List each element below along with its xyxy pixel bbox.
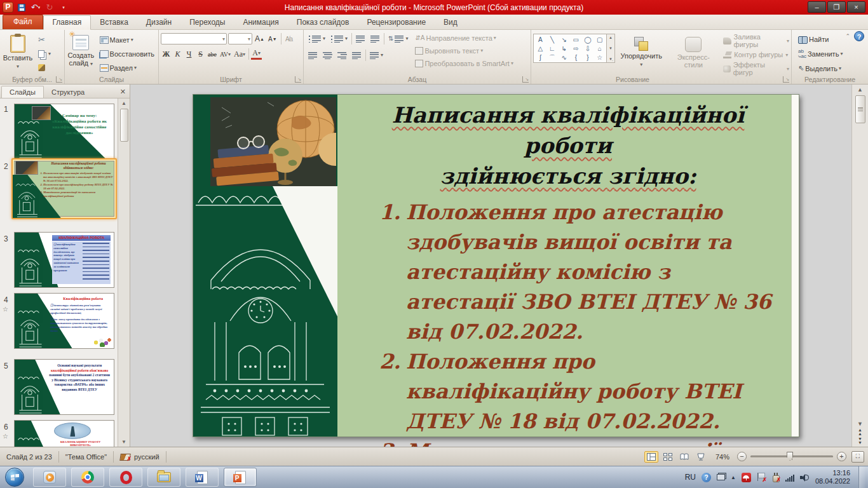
shape-option-3[interactable]: ▭ <box>573 36 579 44</box>
font-color-button[interactable]: A▾ <box>251 48 262 60</box>
shape-option-4[interactable]: ◯ <box>584 36 591 44</box>
shape-fill-button[interactable]: Заливка фигуры▾ <box>723 34 789 47</box>
taskbar-media-player-button[interactable] <box>33 468 66 487</box>
editor-scrollbar[interactable]: ▲ ▼ ▲▲ ▼▼ <box>851 85 868 447</box>
shape-option-8[interactable]: ↳ <box>561 44 566 53</box>
replace-button[interactable]: ab⤷acЗаменить▾ <box>796 47 866 60</box>
tab-view[interactable]: Вид <box>435 16 466 29</box>
change-case-button[interactable]: Aa▾ <box>233 48 247 60</box>
taskbar-opera-button[interactable] <box>109 468 142 487</box>
panel-scrollbar-thumb[interactable] <box>120 109 128 142</box>
slide-thumbnail-2-selected[interactable]: Написання кваліфікаційної роботи здійнює… <box>11 158 117 219</box>
slide-thumbnail-3[interactable]: КВАЛІФІКАЦІЙНА РОБОТА ❑ кваліфікаційна с… <box>14 232 114 288</box>
shape-option-2[interactable]: ↘ <box>561 36 566 44</box>
shape-option-11[interactable]: ⌂ <box>598 44 602 53</box>
slide-thumbnail-1[interactable]: Семінар на тему: «Кваліфікаційна робота … <box>14 104 114 159</box>
shrink-font-button[interactable]: A▼ <box>267 33 278 44</box>
bold-button[interactable]: Ж <box>161 48 172 60</box>
shape-option-17[interactable]: ☆ <box>597 53 602 62</box>
panel-tab-outline[interactable]: Структура <box>44 86 92 98</box>
section-button[interactable]: Раздел▾ <box>98 61 156 74</box>
customize-qat-button[interactable]: ▾ <box>58 2 69 13</box>
paste-button[interactable]: Вставить▾ <box>2 32 34 74</box>
slide-thumbnail-4[interactable]: Кваліфікаційна робота ❑ демонструє здатн… <box>14 293 114 349</box>
zoom-slider-track[interactable] <box>750 456 833 458</box>
tab-home[interactable]: Главная <box>43 15 92 30</box>
italic-button[interactable]: К <box>172 48 183 60</box>
undo-button[interactable]: ↶▾ <box>30 2 41 13</box>
slide-title[interactable]: Написання кваліфікаційної роботи здійнює… <box>354 100 782 191</box>
shapes-gallery-scroll[interactable]: ▲▼▼̱ <box>607 34 615 63</box>
shape-option-5[interactable]: ▢ <box>597 36 602 44</box>
slide-thumbnail-6[interactable]: КВАЛІФІКАЦІЙНУ РОБОТУ ВИКОНУЮТЬ: <box>14 420 114 447</box>
tab-insert[interactable]: Вставка <box>91 16 137 29</box>
grow-font-button[interactable]: A▲ <box>254 33 266 44</box>
clock[interactable]: 13:16 08.04.2022 <box>815 469 853 485</box>
shape-option-14[interactable]: ∿ <box>561 53 566 62</box>
clipboard-dialog-launcher[interactable]: ↘ <box>56 76 62 83</box>
line-spacing-button[interactable]: ⇅▾ <box>386 32 410 45</box>
taskbar-powerpoint-button[interactable]: P <box>224 468 257 487</box>
drawing-dialog-launcher[interactable]: ↘ <box>783 76 789 83</box>
columns-button[interactable]: ▾ <box>367 48 386 62</box>
show-desktop-button[interactable] <box>858 466 865 488</box>
restore-button[interactable]: ❐ <box>827 1 846 13</box>
shape-option-1[interactable]: ╲ <box>550 36 554 44</box>
editor-scrollbar-thumb[interactable] <box>855 95 865 123</box>
select-button[interactable]: ⇖Выделить▾ <box>796 62 866 75</box>
align-right-button[interactable] <box>335 48 349 62</box>
slideshow-view-button[interactable] <box>694 451 708 463</box>
avira-antivirus-icon[interactable] <box>742 473 751 482</box>
shape-effects-button[interactable]: Эффекты фигур▾ <box>723 62 789 75</box>
numbering-button[interactable]: ▾ <box>328 32 350 45</box>
justify-button[interactable] <box>349 48 364 62</box>
align-center-button[interactable] <box>320 48 335 62</box>
slide-thumbnail-5[interactable]: Основні наукові результати кваліфікаційн… <box>14 359 114 415</box>
slide-body-list[interactable]: Положення про атестацію здобувачів вищої… <box>354 198 782 488</box>
start-button[interactable] <box>5 468 24 487</box>
language-indicator[interactable]: русский <box>134 453 159 461</box>
convert-smartart-button[interactable]: Преобразовать в SmartArt▾ <box>413 57 515 69</box>
show-hidden-icons-button[interactable]: ▲ <box>731 475 736 480</box>
shape-option-10[interactable]: ⇩ <box>585 44 590 53</box>
tray-help-icon[interactable]: ? <box>702 473 711 482</box>
tab-design[interactable]: Дизайн <box>137 16 180 29</box>
zoom-out-button[interactable]: − <box>737 452 747 461</box>
close-button[interactable]: × <box>847 1 865 13</box>
minimize-button[interactable]: – <box>808 1 826 13</box>
tab-file[interactable]: Файл <box>3 15 43 29</box>
slide-sorter-view-button[interactable] <box>661 451 675 463</box>
reading-view-button[interactable] <box>677 451 691 463</box>
decrease-indent-button[interactable] <box>353 32 368 45</box>
shape-option-16[interactable]: } <box>587 53 588 62</box>
shape-option-12[interactable]: ʃ <box>539 53 541 62</box>
zoom-level[interactable]: 74% <box>715 453 729 461</box>
character-spacing-button[interactable]: AV▾ <box>219 48 232 60</box>
tab-animation[interactable]: Анимация <box>234 16 287 29</box>
bullets-button[interactable]: ▾ <box>306 32 328 45</box>
panel-tab-slides[interactable]: Слайды <box>1 86 44 98</box>
tab-transitions[interactable]: Переходы <box>180 16 234 29</box>
quick-styles-button[interactable]: Экспресс-стили <box>667 34 719 69</box>
tray-window-icon[interactable] <box>717 474 725 480</box>
slide-content-area[interactable]: Написання кваліфікаційної роботи здійнює… <box>337 95 791 437</box>
collapse-ribbon-button[interactable]: ⌃ <box>845 33 850 39</box>
normal-view-button[interactable] <box>644 451 658 463</box>
taskbar-explorer-button[interactable] <box>147 468 180 487</box>
increase-indent-button[interactable] <box>368 32 383 45</box>
save-button[interactable] <box>16 2 27 13</box>
clear-formatting-button[interactable]: A̸a <box>284 33 295 44</box>
action-center-flag-icon[interactable]: ✗ <box>757 473 766 482</box>
panel-close-icon[interactable]: ✕ <box>120 88 126 96</box>
taskbar-word-button[interactable]: W <box>186 468 219 487</box>
help-button[interactable]: ? <box>854 31 864 41</box>
redo-button[interactable]: ↻ <box>44 2 55 13</box>
shape-option-13[interactable]: ⌒ <box>549 53 555 62</box>
shape-option-15[interactable]: { <box>575 53 577 62</box>
shape-option-0[interactable]: A <box>538 36 543 44</box>
shape-option-6[interactable]: △ <box>538 44 543 53</box>
reset-button[interactable]: Восстановить <box>98 47 156 60</box>
language-switcher[interactable]: RU <box>685 473 696 482</box>
next-slide-button[interactable]: ▼▼ <box>858 437 862 445</box>
shape-option-7[interactable]: ∟ <box>549 44 555 53</box>
